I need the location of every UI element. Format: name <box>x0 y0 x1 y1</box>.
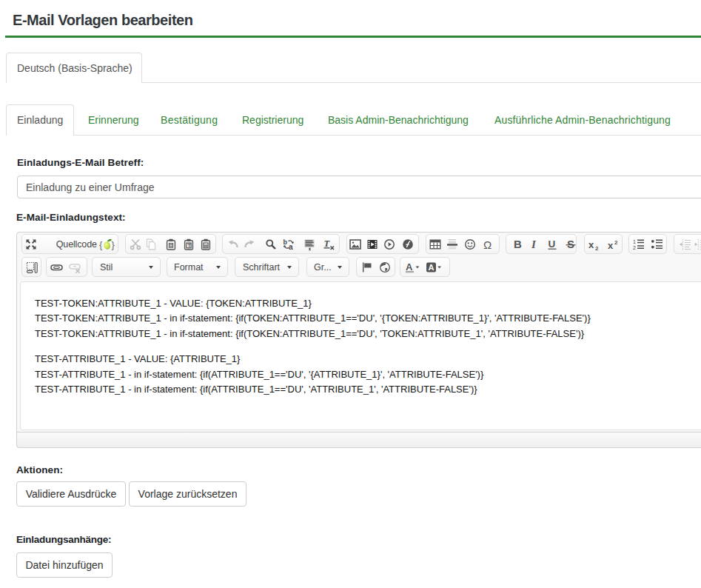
svg-text:2: 2 <box>595 244 599 250</box>
svg-text:T: T <box>324 238 331 249</box>
svg-text:S: S <box>567 238 574 250</box>
svg-text:x: x <box>608 239 614 250</box>
svg-text:I: I <box>531 238 537 250</box>
svg-text:U: U <box>549 238 556 250</box>
svg-text:2: 2 <box>614 238 618 245</box>
svg-text:1: 1 <box>633 239 636 244</box>
svg-text:x: x <box>588 238 594 250</box>
svg-text:T: T <box>187 241 191 248</box>
svg-text:Ω: Ω <box>483 238 492 250</box>
svg-text:A: A <box>406 261 413 273</box>
svg-text:2: 2 <box>633 245 636 250</box>
svg-text:b: b <box>283 238 287 246</box>
svg-text:A: A <box>429 262 435 271</box>
svg-text:}: } <box>112 238 115 250</box>
svg-text:B: B <box>514 238 522 250</box>
svg-text:a: a <box>289 243 293 250</box>
svg-text:w: w <box>203 242 208 247</box>
svg-text:{: { <box>99 238 103 250</box>
